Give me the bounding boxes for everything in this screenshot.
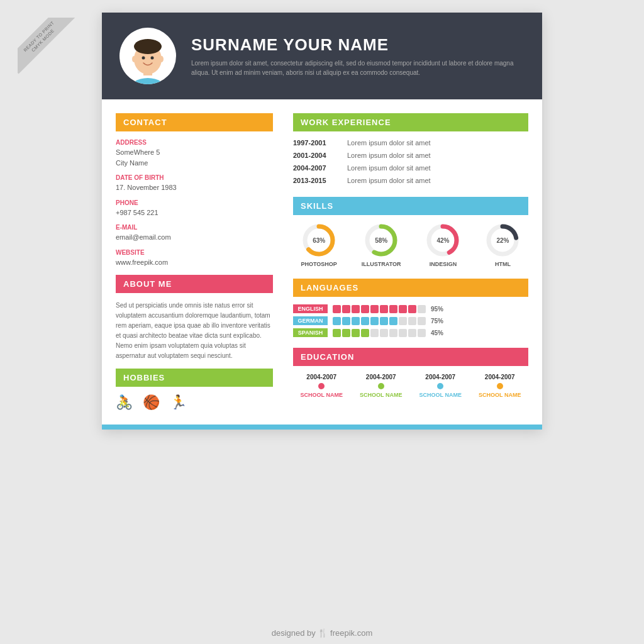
about-me-text: Sed ut perspiciatis unde omnis iste natu… <box>116 301 273 361</box>
footer-credit: designed by 🍴 freepik.com <box>0 628 644 638</box>
header-text: SURNAME YOUR NAME Lorem ipsum dolor sit … <box>191 35 525 77</box>
skill-donut: 42% <box>425 223 460 258</box>
hobbies-icons: 🚴🏀🏃 <box>116 394 273 411</box>
about-me-header: ABOUT ME <box>116 275 273 293</box>
skill-percentage: 58% <box>375 237 387 244</box>
resume-header: SURNAME YOUR NAME Lorem ipsum dolor sit … <box>102 13 542 99</box>
language-label: GERMAN <box>293 316 328 325</box>
contact-label-date-of-birth: DATE OF BIRTH <box>116 174 273 181</box>
education-school: SCHOOL NAME <box>419 392 462 398</box>
language-bars <box>333 329 426 337</box>
language-bar <box>399 305 407 313</box>
contact-label-e-mail: E-MAIL <box>116 224 273 231</box>
work-row: 1997-2001Lorem ipsum dolor sit amet <box>293 139 528 147</box>
language-bar <box>333 317 341 325</box>
work-row: 2013-2015Lorem ipsum dolor sit amet <box>293 177 528 184</box>
skill-percentage: 22% <box>496 237 509 244</box>
skills-header: SKILLS <box>293 197 528 215</box>
skill-percentage: 42% <box>436 237 449 244</box>
language-bar <box>389 329 397 337</box>
education-dot <box>378 383 384 389</box>
language-bar <box>418 329 426 337</box>
language-bar <box>333 329 341 337</box>
language-bar <box>361 329 369 337</box>
education-item: 2004-2007SCHOOL NAME <box>293 374 350 398</box>
education-school: SCHOOL NAME <box>301 392 343 398</box>
language-bar <box>399 317 407 325</box>
language-bar <box>352 317 360 325</box>
language-bar <box>342 305 350 313</box>
education-years: 2004-2007 <box>306 374 336 380</box>
svg-point-4 <box>136 43 159 53</box>
language-bar <box>380 329 388 337</box>
language-bars <box>333 317 426 325</box>
contact-value-address: SomeWhere 5 City Name <box>116 147 273 168</box>
contact-label-phone: PHONE <box>116 199 273 206</box>
language-label: SPANISH <box>293 328 328 337</box>
education-dot <box>318 383 325 389</box>
hobby-icon: 🚴 <box>116 394 133 411</box>
skill-donut: 22% <box>485 223 520 258</box>
svg-point-8 <box>160 56 164 62</box>
language-bar <box>370 317 379 325</box>
work-description: Lorem ipsum dolor sit amet <box>347 177 431 184</box>
ribbon: READY TO PRINT CMYK MODE <box>18 18 87 87</box>
hobbies-header: HOBBIES <box>116 369 273 387</box>
skill-label: HTML <box>495 261 511 267</box>
skill-label: INDESIGN <box>430 261 457 267</box>
page-wrapper: READY TO PRINT CMYK MODE <box>0 0 644 644</box>
language-bar <box>389 317 397 325</box>
hobby-icon: 🏀 <box>143 394 160 411</box>
contact-value-e-mail: email@email.com <box>116 232 273 243</box>
language-label: ENGLISH <box>293 304 328 313</box>
footer-bar <box>102 425 542 430</box>
language-bar <box>418 305 426 313</box>
work-row: 2004-2007Lorem ipsum dolor sit amet <box>293 164 528 172</box>
resume-card: SURNAME YOUR NAME Lorem ipsum dolor sit … <box>102 13 542 430</box>
language-bar <box>370 305 379 313</box>
contact-header: CONTACT <box>116 113 273 131</box>
language-bar <box>380 317 388 325</box>
language-bar <box>361 305 369 313</box>
education-list: 2004-2007SCHOOL NAME2004-2007SCHOOL NAME… <box>293 374 528 398</box>
work-years: 2013-2015 <box>293 177 338 184</box>
skill-item: 58%ILLUSTRATOR <box>362 223 401 267</box>
left-column: CONTACT ADDRESSSomeWhere 5 City NameDATE… <box>102 99 287 425</box>
skill-label: ILLUSTRATOR <box>362 261 401 267</box>
contact-fields: ADDRESSSomeWhere 5 City NameDATE OF BIRT… <box>116 139 273 267</box>
language-bar <box>352 305 360 313</box>
header-name: SURNAME YOUR NAME <box>191 35 525 55</box>
languages-header: LANGUAGES <box>293 279 528 297</box>
language-bar <box>408 305 416 313</box>
education-item: 2004-2007SCHOOL NAME <box>412 374 469 398</box>
hobby-icon: 🏃 <box>170 394 187 411</box>
contact-value-website: www.freepik.com <box>116 257 273 268</box>
work-years: 1997-2001 <box>293 139 338 147</box>
education-years: 2004-2007 <box>485 374 515 380</box>
language-percentage: 95% <box>431 306 443 313</box>
contact-value-date-of-birth: 17. November 1983 <box>116 182 273 193</box>
language-row: GERMAN75% <box>293 316 528 325</box>
language-percentage: 75% <box>431 318 443 325</box>
education-item: 2004-2007SCHOOL NAME <box>353 374 410 398</box>
language-bar <box>380 305 388 313</box>
language-bar <box>399 329 407 337</box>
skill-donut: 58% <box>364 223 399 258</box>
education-dot <box>497 383 503 389</box>
languages-list: ENGLISH95%GERMAN75%SPANISH45% <box>293 304 528 337</box>
language-bar <box>333 305 341 313</box>
skill-item: 63%PHOTOSHOP <box>301 223 336 267</box>
language-row: ENGLISH95% <box>293 304 528 313</box>
language-bar <box>361 317 369 325</box>
svg-point-0 <box>129 78 167 84</box>
work-experience-header: WORK EXPERIENCE <box>293 113 528 131</box>
svg-point-5 <box>142 57 145 60</box>
education-dot <box>437 383 443 389</box>
language-bars <box>333 305 426 313</box>
language-bar <box>352 329 360 337</box>
work-experience-list: 1997-2001Lorem ipsum dolor sit amet2001-… <box>293 139 528 184</box>
work-description: Lorem ipsum dolor sit amet <box>347 152 431 159</box>
language-bar <box>342 329 350 337</box>
language-bar <box>389 305 397 313</box>
work-description: Lorem ipsum dolor sit amet <box>347 139 431 147</box>
